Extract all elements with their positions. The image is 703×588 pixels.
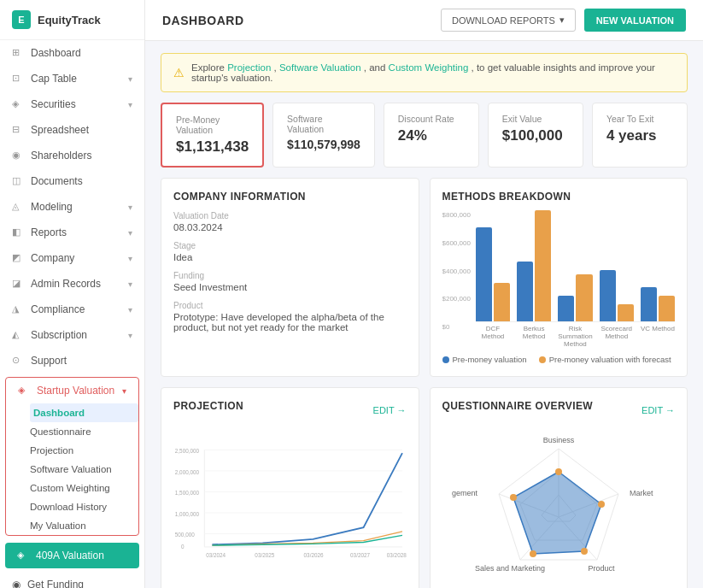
metric-discount-rate: Discount Rate 24% (384, 103, 479, 168)
sidebar-item-support-label: Support (31, 355, 67, 367)
bar-group-vc (641, 287, 675, 321)
sv-software-item[interactable]: Software Valuation (30, 460, 138, 479)
bar-scorecard-orange (618, 304, 634, 321)
sidebar-item-get-funding-label: Get Funding (27, 579, 84, 588)
legend-premoney-forecast: Pre-money valuation with forecast (539, 355, 671, 364)
bar-dcf-blue (476, 227, 492, 321)
x-labels: DCF Method Berkus Method Risk Summation … (476, 325, 675, 348)
sidebar-item-shareholders[interactable]: ◉ Shareholders (0, 143, 144, 168)
svg-text:2,500,000: 2,500,000 (175, 448, 200, 454)
admin-icon: ◪ (12, 278, 24, 290)
funding-row: Funding Seed Investment (173, 271, 407, 292)
metric-year-value: 4 years (606, 127, 673, 144)
valuation-409a-section[interactable]: ◈ 409A Valuation (5, 543, 139, 568)
svg-text:1,500,000: 1,500,000 (175, 490, 200, 496)
x-label-berkus: Berkus Method (517, 325, 551, 348)
metric-software-val: Software Valuation $110,579,998 (272, 103, 375, 168)
main-content: DASHBOARD DOWNLOAD REPORTS ▾ NEW VALUATI… (145, 0, 703, 588)
sv-history-item[interactable]: Download History (30, 497, 138, 516)
software-valuation-link[interactable]: Software Valuation (279, 62, 361, 73)
x-label-risk: Risk Summation Method (558, 325, 592, 348)
bar-pair-berkus (517, 210, 551, 321)
sidebar-item-reports[interactable]: ◧ Reports ▾ (0, 220, 144, 245)
sv-dashboard-item[interactable]: Dashboard (30, 403, 138, 422)
sv-myval-item[interactable]: My Valuation (30, 516, 138, 535)
chevron-down-icon: ▾ (128, 228, 132, 238)
projection-link[interactable]: Projection (227, 62, 271, 73)
sidebar-item-modeling[interactable]: ◬ Modeling ▾ (0, 194, 144, 220)
legend-forecast-label: Pre-money valuation with forecast (549, 355, 671, 364)
metric-exit-value: $100,000 (502, 127, 569, 144)
bar-risk-orange (576, 274, 592, 321)
sidebar-logo: E EquityTrack (0, 0, 144, 40)
questionnaire-title: QUESTIONNAIRE OVERVIEW (442, 400, 594, 412)
securities-icon: ◈ (12, 98, 24, 110)
stage-label: Stage (173, 241, 407, 250)
sidebar-item-spreadsheet-label: Spreadsheet (31, 124, 89, 136)
sidebar-item-startup-valuation[interactable]: ◈ Startup Valuation ▾ (6, 378, 138, 403)
sidebar-item-get-funding[interactable]: ◉ Get Funding (0, 572, 144, 588)
sidebar-item-company-label: Company (31, 252, 74, 264)
bar-pair-dcf (476, 227, 510, 321)
download-reports-button[interactable]: DOWNLOAD REPORTS ▾ (441, 9, 576, 32)
sidebar-item-409a[interactable]: ◈ 409A Valuation (5, 543, 139, 568)
sidebar-item-409a-label: 409A Valuation (36, 550, 104, 562)
startup-valuation-icon: ◈ (18, 385, 30, 397)
bar-berkus-blue (517, 262, 533, 321)
sidebar-item-subscription[interactable]: ◭ Subscription ▾ (0, 322, 144, 348)
x-label-dcf: DCF Method (476, 325, 510, 348)
axis-management: Management (452, 489, 477, 497)
sidebar-item-support[interactable]: ⊙ Support (0, 348, 144, 373)
svg-point-29 (581, 548, 588, 555)
bar-pair-scorecard (600, 270, 634, 321)
main-header: DASHBOARD DOWNLOAD REPORTS ▾ NEW VALUATI… (145, 0, 703, 41)
sidebar-item-cap-table[interactable]: ⊡ Cap Table ▾ (0, 66, 144, 91)
projection-edit-link[interactable]: EDIT → (373, 405, 407, 415)
metric-software-label: Software Valuation (287, 114, 360, 134)
axis-business: Business (542, 436, 574, 444)
x-label-vc: VC Method (641, 325, 675, 348)
new-valuation-button[interactable]: NEW VALUATION (584, 9, 686, 32)
sidebar-item-dashboard-label: Dashboard (31, 47, 81, 59)
company-info-card: COMPANY INFORMATION Valuation Date 08.03… (161, 178, 419, 377)
support-icon: ⊙ (12, 355, 24, 367)
sv-questionnaire-item[interactable]: Questionnaire (30, 422, 138, 441)
legend-dot-orange (539, 356, 546, 363)
projection-title: PROJECTION (173, 400, 243, 412)
questionnaire-edit-link[interactable]: EDIT → (641, 405, 675, 415)
sidebar-item-company[interactable]: ◩ Company ▾ (0, 245, 144, 271)
sidebar-item-reports-label: Reports (31, 226, 67, 238)
sv-custom-item[interactable]: Custom Weighting (30, 479, 138, 497)
chevron-down-icon: ▾ (128, 279, 132, 289)
metric-software-value: $110,579,998 (287, 138, 360, 151)
valuation-date-row: Valuation Date 08.03.2024 (173, 211, 407, 232)
company-info-title: COMPANY INFORMATION (173, 191, 407, 203)
projection-chart-area: 2,500,000 2,000,000 1,500,000 1,000,000 … (173, 427, 407, 581)
bar-pair-vc (641, 287, 675, 321)
bar-dcf-orange (494, 283, 510, 321)
methods-breakdown-card: METHODS BREAKDOWN $800,000 $600,000 $400… (430, 178, 688, 377)
subscription-icon: ◭ (12, 329, 24, 341)
sidebar-item-securities[interactable]: ◈ Securities ▾ (0, 91, 144, 117)
funding-value: Seed Investment (173, 282, 407, 292)
sidebar-item-compliance[interactable]: ◮ Compliance ▾ (0, 297, 144, 322)
sidebar: E EquityTrack ⊞ Dashboard ⊡ Cap Table ▾ … (0, 0, 145, 588)
chevron-down-icon: ▾ (128, 305, 132, 315)
projection-card: PROJECTION EDIT → 2,500,000 2,000,000 1,… (161, 387, 419, 588)
header-buttons: DOWNLOAD REPORTS ▾ NEW VALUATION (441, 9, 686, 32)
svg-text:0: 0 (181, 544, 185, 550)
cap-table-icon: ⊡ (12, 73, 24, 85)
metric-pre-money-value: $1,131,438 (176, 138, 249, 156)
logo-icon: E (12, 10, 31, 29)
sidebar-item-dashboard[interactable]: ⊞ Dashboard (0, 40, 144, 66)
logo-text: EquityTrack (38, 14, 101, 26)
sidebar-item-documents-label: Documents (31, 175, 83, 187)
custom-weighting-link[interactable]: Custom Weighting (389, 62, 469, 73)
sv-projection-item[interactable]: Projection (30, 441, 138, 460)
sidebar-item-securities-label: Securities (31, 98, 76, 110)
sidebar-item-spreadsheet[interactable]: ⊟ Spreadsheet (0, 117, 144, 143)
axis-product: Product (588, 564, 615, 573)
sidebar-item-admin[interactable]: ◪ Admin Records ▾ (0, 271, 144, 297)
sidebar-item-documents[interactable]: ◫ Documents (0, 168, 144, 194)
chevron-down-icon: ▾ (128, 74, 132, 84)
